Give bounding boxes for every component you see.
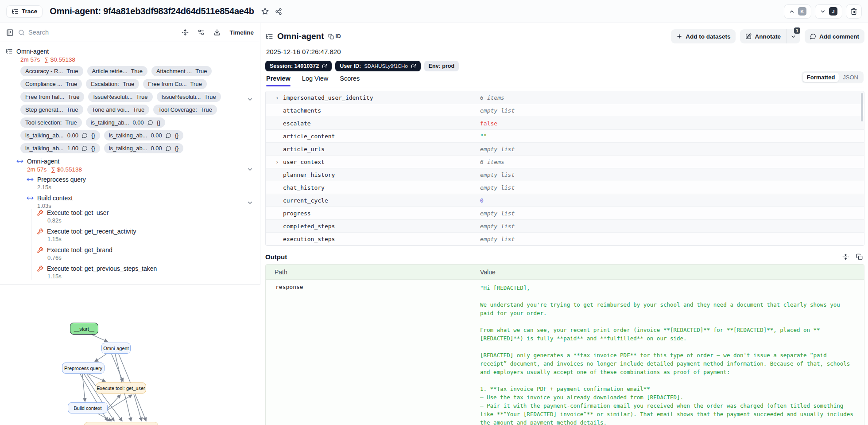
kv-row[interactable]: progress empty list <box>266 207 864 220</box>
output-response-row[interactable]: response "Hi [REDACTED], We understand y… <box>266 280 864 425</box>
tree-node-tool[interactable]: Execute tool: get_recent_activity 1.15s <box>37 228 260 242</box>
delete-trace-button[interactable] <box>846 4 862 19</box>
span-cost: 2m 57s∑ $0.55138 <box>27 166 260 173</box>
star-icon[interactable] <box>261 8 269 15</box>
user-id-badge[interactable]: User ID: SDAHUSLy9f1CHo <box>335 61 421 71</box>
tree-node-label: Execute tool: get_previous_steps_taken <box>47 265 157 272</box>
score-badge[interactable]: Compliance ...True <box>20 79 82 89</box>
collapse-node-chevron[interactable] <box>244 94 255 105</box>
download-icon[interactable] <box>213 29 221 36</box>
tree-node-label: Execute tool: get_recent_activity <box>47 228 136 235</box>
tree-node-label: Build context <box>37 195 73 202</box>
trace-timestamp: 2025-12-16 07:26:47.820 <box>266 48 864 55</box>
kv-row[interactable]: current_cycle 0 <box>266 194 864 207</box>
trace-chip[interactable]: Trace <box>6 5 43 18</box>
timeline-toggle[interactable]: Timeline <box>229 29 254 36</box>
share-icon[interactable] <box>275 8 282 15</box>
span-icon <box>27 195 34 202</box>
tree-node-root[interactable]: Omni-agent <box>5 47 260 55</box>
page-title: Omni-agent: 9f4a81eb3df983f24d64d511e854… <box>50 6 254 16</box>
tree-node-label: Preprocess query <box>37 176 86 183</box>
graph-node-clipped[interactable] <box>84 422 158 425</box>
score-badge[interactable]: Step generat...True <box>20 105 83 115</box>
graph-node-execute-tool-get-user[interactable]: Execute tool: get_user <box>96 382 146 394</box>
search-input[interactable] <box>28 29 108 36</box>
annotate-button-group: Annotate 1 <box>740 29 800 43</box>
score-badge[interactable]: is_talking_ab...0.00{} <box>104 130 184 140</box>
kv-row[interactable]: ›impersonated_user_identity 6 items <box>266 91 864 104</box>
score-badge[interactable]: is_talking_ab...1.00{} <box>20 143 100 153</box>
score-badge[interactable]: is_talking_ab...0.00{} <box>104 143 184 153</box>
expand-chevron-icon[interactable]: › <box>275 159 283 165</box>
kv-key-text: impersonated_user_identity <box>283 94 373 101</box>
tab-preview[interactable]: Preview <box>266 75 291 86</box>
input-table: ›impersonated_user_identity 6 items atta… <box>265 91 864 246</box>
kv-key-text: chat_history <box>283 184 325 191</box>
annotate-dropdown-button[interactable]: 1 <box>786 29 800 43</box>
kv-key-text: user_context <box>283 159 325 165</box>
annotate-button[interactable]: Annotate <box>740 29 786 43</box>
copy-id-button[interactable]: ID <box>328 33 341 39</box>
display-settings-icon[interactable] <box>198 29 205 36</box>
kv-value: 6 items <box>480 159 864 165</box>
collapse-node-chevron[interactable] <box>244 164 255 175</box>
session-badge[interactable]: Session: 14910372 <box>265 61 332 71</box>
tab-scores[interactable]: Scores <box>340 75 360 86</box>
kv-row[interactable]: chat_history empty list <box>266 181 864 194</box>
score-badge[interactable]: Free from Co...True <box>143 79 207 89</box>
tree-node-tool[interactable]: Execute tool: get_user 0.82s <box>37 209 260 224</box>
add-to-datasets-button[interactable]: Add to datasets <box>671 29 736 43</box>
tree-node-span[interactable]: Build context 1.03s Execute tool: get_us… <box>27 195 260 280</box>
graph-node-build-context[interactable]: Build context <box>68 402 108 413</box>
scrollbar-thumb[interactable] <box>861 93 863 121</box>
tree-node-span[interactable]: Preprocess query 2.15s <box>27 176 260 191</box>
kv-row[interactable]: completed_steps empty list <box>266 220 864 233</box>
kv-row[interactable]: planner_history empty list <box>266 168 864 181</box>
tab-log-view[interactable]: Log View <box>302 75 328 86</box>
kv-value: empty list <box>480 210 864 217</box>
expand-chevron-icon[interactable]: › <box>275 94 283 101</box>
copy-icon[interactable] <box>856 253 863 260</box>
graph-node-preprocess-query[interactable]: Preprocess query <box>62 363 105 374</box>
kv-row[interactable]: article_content "" <box>266 130 864 143</box>
collapse-node-chevron[interactable] <box>244 197 255 208</box>
fold-vertical-icon[interactable] <box>182 29 189 36</box>
collapse-sidebar-icon[interactable] <box>6 29 14 36</box>
graph-node-start[interactable]: __start__ <box>70 323 98 335</box>
view-formatted-option[interactable]: Formatted <box>803 73 839 82</box>
tree-node-tool[interactable]: Execute tool: get_previous_steps_taken 1… <box>37 265 260 280</box>
score-badge[interactable]: Tone and voi...True <box>87 105 150 115</box>
score-badge[interactable]: IssueResoluti...True <box>157 92 221 102</box>
graph-node-omni-agent[interactable]: Omni-agent <box>101 343 131 354</box>
tree-node-agent[interactable]: Omni-agent 2m 57s∑ $0.55138 Preprocess q… <box>16 158 260 280</box>
score-badge[interactable]: Accuracy - R...True <box>20 66 83 76</box>
search-icon <box>18 29 25 36</box>
kv-row[interactable]: article_urls empty list <box>266 143 864 156</box>
score-badge[interactable]: Attachment ...True <box>151 66 212 76</box>
external-link-icon <box>411 63 416 69</box>
kv-row[interactable]: ›user_context 6 items <box>266 156 864 168</box>
tree-node-tool[interactable]: Execute tool: get_brand 0.76s <box>37 246 260 261</box>
score-badge[interactable]: Escalation:True <box>86 79 139 89</box>
score-badge[interactable]: IssueResoluti...True <box>88 92 152 102</box>
score-badge[interactable]: Tool Coverage:True <box>153 105 217 115</box>
view-json-option[interactable]: JSON <box>839 73 862 82</box>
kv-key-text: escalate <box>283 120 311 127</box>
next-trace-button[interactable]: J <box>815 4 842 19</box>
search-field[interactable] <box>18 29 108 36</box>
comment-icon <box>147 120 153 125</box>
fold-vertical-icon[interactable] <box>842 253 849 260</box>
previous-trace-button[interactable]: K <box>784 4 811 19</box>
kv-value: 6 items <box>480 94 864 101</box>
kv-key-text: article_urls <box>283 146 325 152</box>
score-badge[interactable]: Free from hal...True <box>20 92 84 102</box>
add-comment-button[interactable]: Add comment <box>805 29 864 43</box>
score-badge[interactable]: Tool selection:True <box>20 117 82 128</box>
score-badge[interactable]: is_talking_ab...0.00{} <box>86 117 166 128</box>
kv-row[interactable]: escalate false <box>266 117 864 130</box>
score-badge[interactable]: is_talking_ab...0.00{} <box>20 130 100 140</box>
score-badge[interactable]: Article retrie...True <box>87 66 147 76</box>
kv-value: 0 <box>480 197 864 204</box>
kv-row[interactable]: execution_steps empty list <box>266 233 864 246</box>
kv-row[interactable]: attachments empty list <box>266 104 864 117</box>
